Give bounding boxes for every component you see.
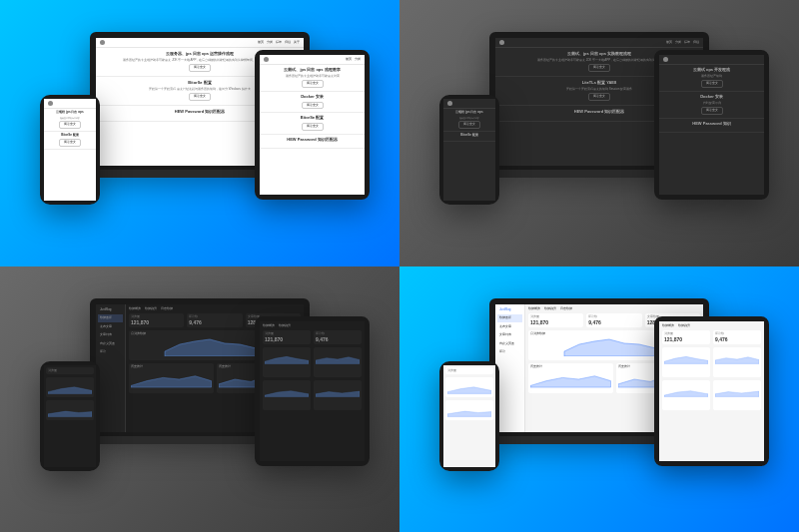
read-more-button[interactable]: 阅读全文 <box>458 121 480 129</box>
brand-label[interactable]: JuniBlog <box>98 306 123 314</box>
tablet-device[interactable]: 数据概览数据趋势 浏览量121,870 评论数9,476 <box>255 316 370 466</box>
article-title[interactable]: Docker 安装 <box>664 95 759 100</box>
logo-icon[interactable] <box>447 101 452 106</box>
dashboard-tabs: 数据概览 数据趋势 日志数据 <box>129 307 301 311</box>
phone-device[interactable]: 云规程 jps 日志 ops 服务器经产的专业维护 阅读全文 BitorSe 配… <box>40 95 100 205</box>
read-more-button[interactable]: 阅读全文 <box>302 80 324 88</box>
read-more-button[interactable]: 阅读全文 <box>701 107 723 115</box>
logo-icon[interactable] <box>48 101 53 106</box>
chart-panel <box>314 347 362 377</box>
nav-item[interactable]: 分类 <box>267 41 273 45</box>
sidebar-item[interactable]: 数据面板 <box>497 314 522 322</box>
article-card: HEW Password 知识匹配器 <box>260 135 365 149</box>
article-title[interactable]: HEW Password 知识匹配器 <box>265 138 360 143</box>
tab[interactable]: 数据趋势 <box>145 307 157 311</box>
chart-panel: 历史统计 <box>129 363 214 393</box>
sidebar-item[interactable]: 数据面板 <box>98 314 123 322</box>
article-title[interactable]: 云测试 ops 开发程流 <box>664 68 759 73</box>
sidebar-item[interactable]: 自定义页面 <box>497 340 522 348</box>
area-chart-icon <box>715 382 759 402</box>
nav-item[interactable]: 分类 <box>355 58 361 62</box>
area-chart-icon <box>265 349 309 369</box>
article-excerpt: 服务器经产规则 <box>664 75 759 79</box>
article-title[interactable]: Docker 安装 <box>265 95 360 100</box>
stat-value: 9,476 <box>588 319 639 325</box>
stat-label: 评论数 <box>715 332 759 336</box>
stat-label: 评论数 <box>189 315 240 319</box>
nav-item[interactable]: 标签 <box>276 41 282 45</box>
stat-card: 评论数9,476 <box>187 313 242 327</box>
article-title[interactable]: BitorSe 配置 <box>265 116 360 121</box>
stat-card: 浏览量121,870 <box>528 313 583 327</box>
article-card: Docker 安装 阅读全文 <box>260 92 365 113</box>
nav-item[interactable]: 首页 <box>346 58 352 62</box>
nav-item[interactable]: 分类 <box>675 41 681 45</box>
chart-panel <box>46 400 94 420</box>
stat-value: 121,870 <box>265 336 309 342</box>
read-more-button[interactable]: 阅读全文 <box>302 102 324 110</box>
sidebar-item[interactable]: 文章列表 <box>497 331 522 339</box>
tab[interactable]: 数据概览 <box>263 324 275 328</box>
phone-device[interactable]: 云规程 jps 日志 ops 服务器经产的专业维护 阅读全文 BitorSe 配… <box>439 95 499 205</box>
sidebar-item[interactable]: 评论 <box>497 348 522 356</box>
nav-item[interactable]: 归档 <box>285 41 291 45</box>
nav-item[interactable]: 标签 <box>684 41 690 45</box>
tab[interactable]: 数据概览 <box>662 324 674 328</box>
nav-item[interactable]: 关于 <box>294 41 300 45</box>
sidebar-item[interactable]: 自定义页面 <box>98 340 123 348</box>
article-title[interactable]: 云规程 jps 日志 ops <box>446 111 492 115</box>
read-more-button[interactable]: 阅读全文 <box>59 139 81 147</box>
read-more-button[interactable]: 阅读全文 <box>701 80 723 88</box>
article-card: 云规程 jps 日志 ops 服务器经产的专业维护 阅读全文 <box>44 109 96 132</box>
read-more-button[interactable]: 阅读全文 <box>588 64 610 72</box>
blog-header <box>659 55 764 65</box>
tab[interactable]: 日志数据 <box>560 307 572 311</box>
read-more-button[interactable]: 阅读全文 <box>189 64 211 72</box>
tablet-device[interactable]: 首页分类 云测试、jps 日志 ops 流程教学 服务器经产的专业维护助手可能需… <box>255 50 370 200</box>
tablet-device[interactable]: 云测试 ops 开发程流 服务器经产规则 阅读全文 Docker 安装 代码配置… <box>654 50 769 200</box>
nav-item[interactable]: 首页 <box>258 41 264 45</box>
chart-panel <box>662 347 710 377</box>
phone-device[interactable]: 浏览量 <box>40 361 100 471</box>
stat-card: 评论数9,476 <box>586 313 641 327</box>
sidebar-item[interactable]: 发布文章 <box>497 323 522 331</box>
area-chart-icon <box>715 349 759 369</box>
tab[interactable]: 数据趋势 <box>279 324 291 328</box>
sidebar-item[interactable]: 评论 <box>98 348 123 356</box>
article-title[interactable]: 云规程 jps 日志 ops <box>47 111 93 115</box>
article-title[interactable]: 云测试、jps 日志 ops 流程教学 <box>265 68 360 73</box>
area-chart-icon <box>316 349 360 369</box>
stat-card: 评论数9,476 <box>713 330 761 344</box>
sidebar-item[interactable]: 文章列表 <box>98 331 123 339</box>
read-more-button[interactable]: 阅读全文 <box>588 93 610 101</box>
stat-label: 评论数 <box>316 332 360 336</box>
article-title[interactable]: BitorSe 配置 <box>47 134 93 138</box>
tab[interactable]: 数据概览 <box>129 307 141 311</box>
logo-icon[interactable] <box>663 57 668 62</box>
tab[interactable]: 数据概览 <box>528 307 540 311</box>
tab[interactable]: 日志数据 <box>161 307 173 311</box>
blog-header: 首页分类 <box>260 55 365 65</box>
stat-value: 121,870 <box>530 319 581 325</box>
read-more-button[interactable]: 阅读全文 <box>189 93 211 101</box>
stat-value: 121,870 <box>131 319 182 325</box>
article-title[interactable]: BitorSe 配置 <box>446 134 492 138</box>
stat-card: 评论数9,476 <box>314 330 362 344</box>
phone-device[interactable]: 浏览量 <box>439 361 499 471</box>
logo-icon[interactable] <box>264 57 269 62</box>
sidebar-item[interactable]: 发布文章 <box>98 323 123 331</box>
article-card: HEW Password 知识 <box>659 119 764 133</box>
chart-panel <box>445 377 493 397</box>
stat-card: 浏览量121,870 <box>129 313 184 327</box>
tablet-device[interactable]: 数据概览数据趋势 浏览量121,870 评论数9,476 <box>654 316 769 466</box>
brand-label[interactable]: JuniBlog <box>497 306 522 314</box>
tab[interactable]: 数据趋势 <box>678 324 690 328</box>
article-title[interactable]: HEW Password 知识 <box>664 122 759 127</box>
tab[interactable]: 数据趋势 <box>544 307 556 311</box>
logo-icon[interactable] <box>100 40 105 45</box>
logo-icon[interactable] <box>499 40 504 45</box>
nav-item[interactable]: 首页 <box>666 41 672 45</box>
nav-item[interactable]: 归档 <box>693 41 699 45</box>
read-more-button[interactable]: 阅读全文 <box>302 123 324 131</box>
read-more-button[interactable]: 阅读全文 <box>59 121 81 129</box>
